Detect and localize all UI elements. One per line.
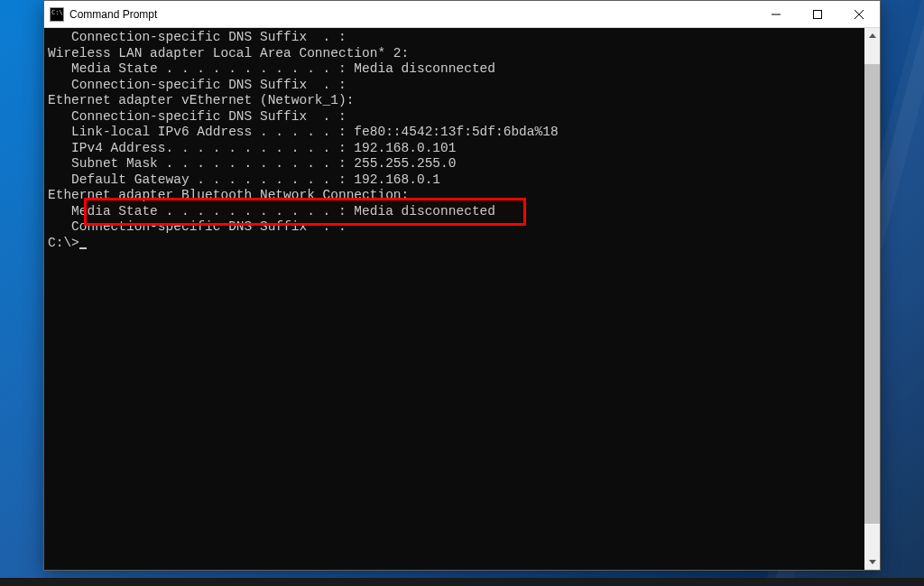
scroll-track[interactable] (864, 43, 880, 554)
console-line: Connection-specific DNS Suffix . : (48, 219, 864, 236)
console-line: Ethernet adapter vEthernet (Network_1): (48, 93, 864, 109)
titlebar-buttons (755, 1, 880, 27)
close-button[interactable] (838, 1, 880, 27)
maximize-button[interactable] (797, 1, 838, 27)
svg-marker-5 (869, 560, 876, 564)
console-line: Default Gateway . . . . . . . . . : 192.… (48, 172, 864, 189)
titlebar[interactable]: Command Prompt (44, 1, 880, 28)
console-line: Subnet Mask . . . . . . . . . . . : 255.… (48, 156, 864, 172)
console-output: Connection-specific DNS Suffix . :Wirele… (44, 28, 864, 570)
console-line: Media State . . . . . . . . . . . : Medi… (48, 61, 864, 78)
console-line: Connection-specific DNS Suffix . : (48, 30, 864, 46)
svg-marker-4 (869, 33, 876, 38)
scroll-thumb[interactable] (864, 64, 880, 524)
console-line: Link-local IPv6 Address . . . . . : fe80… (48, 125, 864, 141)
console-line: Ethernet adapter Bluetooth Network Conne… (48, 188, 864, 204)
window-title: Command Prompt (69, 8, 755, 21)
scroll-up-button[interactable] (864, 28, 880, 43)
console-line: Connection-specific DNS Suffix . : (48, 78, 864, 94)
console-area[interactable]: Connection-specific DNS Suffix . :Wirele… (44, 28, 880, 570)
command-prompt-window: Command Prompt Connection-specific DNS S… (43, 0, 881, 571)
svg-rect-1 (814, 10, 822, 18)
minimize-button[interactable] (755, 1, 797, 27)
console-line: IPv4 Address. . . . . . . . . . . : 192.… (48, 141, 864, 157)
app-icon (50, 7, 64, 22)
console-line: Wireless LAN adapter Local Area Connecti… (48, 46, 864, 62)
cursor (79, 247, 87, 249)
console-line: Media State . . . . . . . . . . . : Medi… (48, 204, 864, 220)
scrollbar[interactable] (864, 28, 880, 570)
scroll-down-button[interactable] (864, 554, 880, 570)
console-line: C:\> (48, 236, 864, 252)
console-line: Connection-specific DNS Suffix . : (48, 109, 864, 126)
taskbar[interactable] (0, 578, 924, 586)
